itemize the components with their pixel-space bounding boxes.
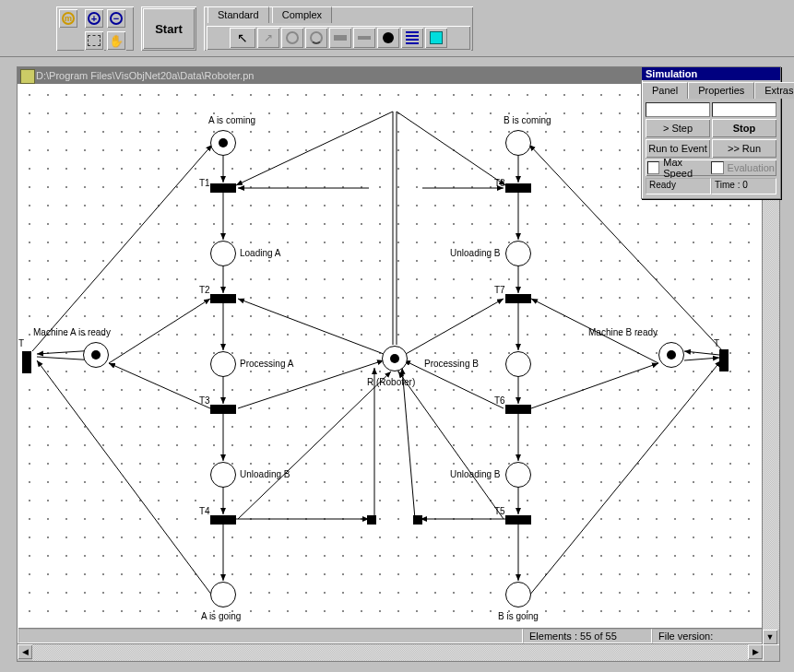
label-processing-a: Processing A [240, 359, 293, 369]
step-button[interactable]: > Step [646, 119, 710, 137]
scroll-h-track[interactable] [32, 644, 748, 661]
place-processing-b[interactable] [505, 351, 531, 377]
marquee-icon [88, 35, 101, 46]
token [91, 350, 101, 360]
sim-tab-properties[interactable]: Properties [688, 82, 754, 99]
label-t8: T8 [494, 178, 505, 188]
token-icon [383, 32, 394, 43]
trans-center-right[interactable] [413, 515, 422, 525]
trans-narrow-icon [358, 36, 371, 40]
status-spacer [18, 629, 523, 643]
circle-c-icon [310, 31, 323, 44]
sim-field-left[interactable] [646, 102, 710, 117]
plus-icon: + [88, 12, 101, 25]
main-toolbar: m + − ✋ Start Standard Complex ↖ [0, 0, 794, 57]
zoom-out-button[interactable]: − [106, 8, 126, 29]
evaluation-label: Evaluation [728, 162, 775, 173]
sim-tab-panel[interactable]: Panel [642, 82, 688, 99]
trans-t3[interactable] [210, 405, 236, 414]
run-to-event-button[interactable]: Run to Event [646, 139, 710, 158]
token [667, 350, 676, 360]
square-icon [430, 31, 443, 44]
scroll-down-button[interactable]: ▼ [763, 630, 777, 644]
place-roboter[interactable] [382, 346, 408, 371]
place-c-tool[interactable] [304, 27, 328, 49]
arc-icon: ↗ [264, 31, 273, 44]
sim-tab-extras[interactable]: Extras [754, 82, 794, 99]
trans-wide-tool[interactable] [328, 27, 352, 49]
place-unloading-b-right[interactable] [505, 462, 531, 488]
place-machine-b[interactable] [658, 342, 684, 368]
stop-button[interactable]: Stop [712, 119, 776, 137]
max-speed-checkbox[interactable] [647, 161, 659, 174]
label-processing-b: Processing B [424, 359, 479, 369]
label-t6: T6 [494, 395, 505, 406]
simulation-panel[interactable]: Simulation Panel Properties Extras > Ste… [641, 66, 781, 199]
svg-line-17 [109, 363, 210, 408]
place-loading-a[interactable] [210, 241, 236, 266]
sim-status-ready: Ready [646, 178, 711, 195]
label-t-right: T [714, 338, 719, 348]
trans-t8[interactable] [505, 183, 531, 193]
cursor-icon: ↖ [237, 30, 248, 45]
place-b-coming[interactable] [505, 130, 531, 156]
label-a-coming: A is coming [208, 115, 255, 125]
label-unloading-b-left: Unloading B [240, 469, 290, 479]
place-tool[interactable] [280, 27, 304, 49]
sim-field-right[interactable] [712, 102, 776, 117]
trans-t2[interactable] [210, 294, 236, 303]
simulation-title[interactable]: Simulation [642, 67, 780, 80]
trans-wide-icon [334, 35, 347, 41]
place-machine-a[interactable] [83, 342, 109, 368]
status-bar: Elements : 55 of 55 File version: [18, 628, 763, 644]
label-t-left: T [18, 338, 24, 348]
pan-button[interactable]: ✋ [106, 30, 126, 51]
select-area-button[interactable] [84, 30, 104, 51]
start-label: Start [155, 22, 183, 36]
label-unloading-b-top: Unloading B [450, 248, 500, 258]
label-b-going: B is going [498, 611, 539, 621]
m-icon: m [62, 12, 75, 25]
start-button[interactable]: Start [142, 7, 196, 50]
mode-m-button[interactable]: m [58, 8, 78, 29]
place-b-going[interactable] [505, 582, 531, 607]
text-tool[interactable] [400, 27, 424, 49]
place-a-coming[interactable] [210, 130, 236, 156]
trans-t-left[interactable] [22, 351, 31, 373]
label-unloading-b-right: Unloading B [450, 469, 500, 479]
evaluation-checkbox[interactable] [711, 161, 723, 174]
label-t3: T3 [199, 395, 210, 406]
trans-narrow-tool[interactable] [352, 27, 376, 49]
lines-icon [406, 31, 419, 44]
tab-standard[interactable]: Standard [207, 6, 269, 23]
horizontal-scrollbar[interactable]: ◀ ▶ [18, 643, 763, 661]
scroll-left-button[interactable]: ◀ [18, 644, 32, 659]
fill-tool[interactable] [424, 27, 448, 49]
trans-t7[interactable] [505, 294, 531, 303]
arc-tool[interactable]: ↗ [256, 27, 280, 49]
svg-line-19 [531, 363, 658, 408]
trans-t4[interactable] [210, 515, 236, 525]
trans-t6[interactable] [505, 405, 531, 414]
zoom-in-button[interactable]: + [84, 8, 104, 29]
max-speed-label: Max Speed [663, 157, 711, 179]
scroll-right-button[interactable]: ▶ [748, 644, 763, 659]
label-t7: T7 [494, 285, 505, 295]
svg-line-25 [398, 371, 504, 519]
scroll-corner [763, 644, 779, 661]
place-unloading-b-left[interactable] [210, 462, 236, 488]
trans-t1[interactable] [210, 183, 236, 193]
label-loading-a: Loading A [240, 248, 281, 258]
circle-icon [286, 31, 299, 44]
pointer-tool[interactable]: ↖ [229, 27, 256, 49]
trans-t5[interactable] [505, 515, 531, 525]
tab-complex[interactable]: Complex [272, 6, 332, 23]
place-processing-a[interactable] [210, 351, 236, 377]
token-tool[interactable] [376, 27, 400, 49]
trans-t-right[interactable] [719, 349, 729, 371]
run-button[interactable]: >> Run [712, 139, 776, 158]
label-t5: T5 [494, 506, 505, 516]
trans-center-left[interactable] [367, 515, 376, 525]
place-unloading-b-top[interactable] [505, 241, 531, 266]
place-a-going[interactable] [210, 582, 236, 607]
